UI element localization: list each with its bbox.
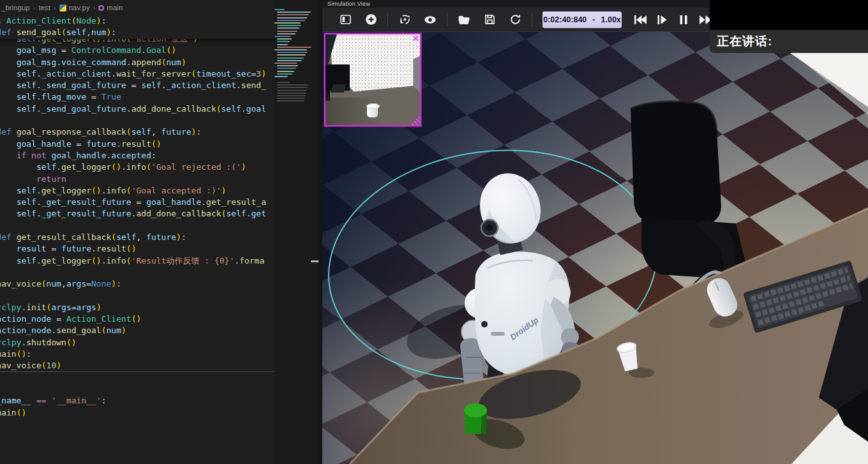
toolbar-separator	[387, 13, 388, 27]
refresh-button[interactable]	[505, 11, 525, 28]
breadcrumb[interactable]: _bringup › test › nav.py › main	[0, 0, 274, 15]
code-editor-pane: _bringup › test › nav.py › main class Ac…	[0, 0, 322, 464]
breadcrumb-item[interactable]: _bringup	[1, 4, 30, 11]
sim-3d-viewport[interactable]: DroidUp	[322, 32, 868, 464]
step-forward-button[interactable]	[651, 11, 673, 28]
save-button[interactable]	[480, 11, 499, 28]
add-button[interactable]	[361, 11, 380, 28]
refresh-icon	[509, 13, 522, 26]
open-button[interactable]	[454, 11, 474, 28]
camera-preview-window[interactable]: ✕	[324, 33, 421, 126]
visibility-icon	[423, 13, 437, 27]
pause-button[interactable]	[673, 11, 694, 28]
symbol-method-icon	[98, 5, 104, 11]
reset-view-button[interactable]	[395, 11, 414, 28]
sim-speed: 1.00x	[601, 15, 621, 24]
add-icon	[364, 13, 378, 26]
simulation-pane: Simulation View	[322, 0, 868, 464]
sim-time-dash: -	[592, 15, 595, 24]
skip-to-start-button[interactable]	[629, 11, 651, 28]
speaking-label: 正在讲话:	[717, 33, 772, 50]
skip-start-icon	[632, 12, 648, 27]
exit-panel-icon	[339, 13, 352, 26]
save-icon	[483, 13, 497, 26]
code-viewport[interactable]: self.get_logger().info('action 发送') goal…	[0, 38, 274, 464]
step-forward-icon	[654, 12, 670, 27]
code-lines[interactable]: self.get_logger().info('action 发送') goal…	[0, 38, 274, 419]
breadcrumb-separator: ›	[33, 4, 36, 11]
sticky-scroll-lines[interactable]: class Action_Client(Node): def send_goal…	[0, 15, 274, 39]
code-area[interactable]: _bringup › test › nav.py › main class Ac…	[0, 0, 274, 464]
pip-laptop	[331, 84, 347, 93]
minimap[interactable]	[274, 9, 315, 239]
python-file-icon	[59, 4, 66, 11]
toolbar-separator	[532, 13, 532, 27]
reset-view-icon	[398, 13, 412, 26]
sim-time-display[interactable]: 0:02:40:840 - 1.00x	[542, 11, 622, 28]
speaking-status-bar: 正在讲话:	[710, 30, 868, 53]
app-window: _bringup › test › nav.py › main class Ac…	[0, 0, 868, 464]
breadcrumb-separator: ›	[93, 4, 96, 11]
black-overlay-box	[710, 0, 868, 30]
breadcrumb-separator: ›	[54, 4, 56, 11]
close-icon[interactable]: ✕	[412, 34, 419, 43]
exit-panel-button[interactable]	[336, 11, 355, 28]
breadcrumb-item-symbol[interactable]: main	[107, 4, 123, 11]
toolbar-separator	[447, 13, 447, 27]
breadcrumb-item[interactable]: test	[38, 4, 50, 11]
sim-time: 0:02:40:840	[543, 15, 587, 24]
open-folder-icon	[457, 13, 471, 27]
breadcrumb-item-file[interactable]: nav.py	[69, 4, 90, 11]
visibility-button[interactable]	[421, 11, 440, 28]
pip-cup	[367, 105, 378, 117]
white-wall	[790, 53, 868, 115]
pause-icon	[676, 12, 691, 27]
